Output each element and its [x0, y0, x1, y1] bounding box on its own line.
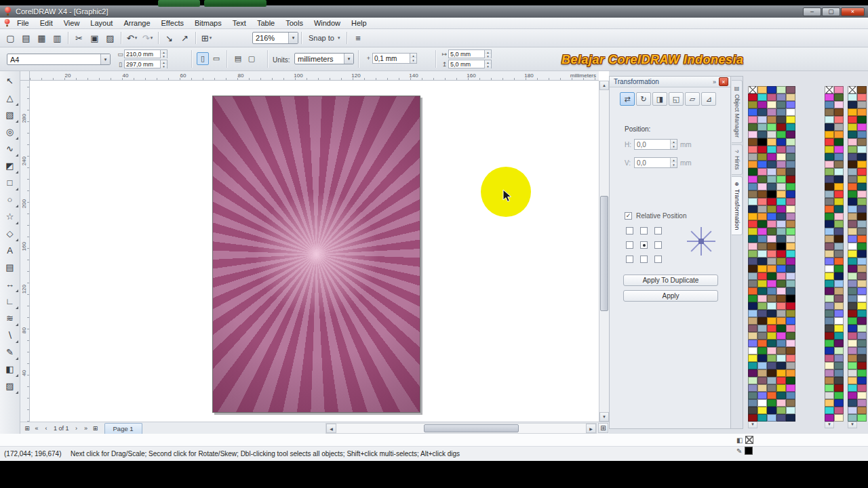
color-swatch[interactable]: [776, 258, 786, 265]
color-swatch[interactable]: [767, 168, 776, 176]
color-swatch[interactable]: [786, 220, 795, 228]
color-swatch[interactable]: [825, 280, 834, 287]
color-swatch[interactable]: [748, 123, 757, 131]
dropdown-arrow-icon[interactable]: ▾: [135, 35, 138, 41]
color-swatch[interactable]: [786, 250, 795, 258]
anchor-point-checkbox-1[interactable]: [640, 227, 648, 235]
color-swatch[interactable]: [757, 131, 767, 138]
color-swatch[interactable]: [848, 354, 857, 362]
menu-edit[interactable]: Edit: [35, 18, 58, 28]
color-swatch[interactable]: [767, 138, 776, 146]
color-swatch[interactable]: [786, 190, 795, 198]
color-swatch[interactable]: [857, 235, 867, 243]
color-swatch[interactable]: [834, 347, 844, 354]
transform-anchor-button[interactable]: ⊿: [701, 92, 716, 106]
color-swatch[interactable]: [776, 317, 786, 325]
color-swatch[interactable]: [848, 228, 857, 235]
color-swatch[interactable]: [776, 176, 786, 183]
spinner[interactable]: ▴▾: [670, 140, 677, 149]
vertical-ruler[interactable]: 2802402001601208040: [20, 81, 30, 422]
color-swatch[interactable]: [834, 190, 844, 198]
eyedropper-tool[interactable]: ∖: [1, 327, 19, 344]
color-swatch[interactable]: [767, 94, 776, 101]
color-swatch[interactable]: [748, 116, 757, 123]
color-swatch[interactable]: [748, 325, 757, 332]
color-swatch[interactable]: [848, 295, 857, 302]
spin-down-button[interactable]: ▾: [161, 54, 167, 58]
color-swatch[interactable]: [757, 354, 767, 362]
color-swatch[interactable]: [848, 347, 857, 354]
color-swatch[interactable]: [825, 161, 834, 168]
color-swatch[interactable]: [748, 340, 757, 347]
color-swatch[interactable]: [757, 332, 767, 340]
color-swatch[interactable]: [825, 183, 834, 190]
color-swatch[interactable]: [776, 250, 786, 258]
color-swatch[interactable]: [776, 168, 786, 176]
horizontal-scrollbar[interactable]: ◀ ▶: [326, 423, 597, 434]
color-swatch[interactable]: [776, 161, 786, 168]
color-swatch[interactable]: [825, 213, 834, 220]
crop-tool[interactable]: ▧: [1, 106, 19, 123]
transform-scale-mirror-button[interactable]: ◨: [652, 92, 667, 106]
color-swatch[interactable]: [825, 176, 834, 183]
dropdown-arrow-icon[interactable]: ▾: [151, 35, 153, 41]
open-button[interactable]: ▤: [18, 30, 34, 45]
color-swatch[interactable]: [767, 101, 776, 108]
canvas[interactable]: [30, 81, 599, 422]
next-page-button[interactable]: ›: [72, 424, 81, 433]
previous-page-button[interactable]: ‹: [41, 424, 51, 433]
spin-down-button[interactable]: ▾: [485, 54, 491, 58]
color-swatch[interactable]: [786, 138, 795, 146]
color-swatch[interactable]: [825, 414, 834, 422]
import-button[interactable]: ↘: [161, 30, 177, 45]
scroll-track[interactable]: [336, 424, 586, 433]
color-swatch[interactable]: [848, 287, 857, 295]
color-swatch[interactable]: [825, 302, 834, 310]
color-swatch[interactable]: [767, 228, 776, 235]
color-swatch[interactable]: [767, 183, 776, 190]
color-swatch[interactable]: [767, 287, 776, 295]
color-swatch[interactable]: [757, 243, 767, 250]
color-swatch[interactable]: [825, 325, 834, 332]
combo-arrow-icon[interactable]: ▾: [100, 54, 110, 64]
color-swatch[interactable]: [848, 362, 857, 369]
color-swatch[interactable]: [825, 243, 834, 250]
interactive-fill-tool[interactable]: ▨: [1, 378, 19, 394]
menu-tools[interactable]: Tools: [280, 18, 309, 28]
color-swatch[interactable]: [825, 265, 834, 272]
color-swatch[interactable]: [757, 235, 767, 243]
transform-rotate-button[interactable]: ↻: [636, 92, 651, 106]
menu-window[interactable]: Window: [309, 18, 346, 28]
color-swatch[interactable]: [848, 407, 857, 414]
color-swatch[interactable]: [848, 108, 857, 116]
color-swatch[interactable]: [757, 258, 767, 265]
color-swatch[interactable]: [857, 228, 867, 235]
color-swatch[interactable]: [776, 347, 786, 354]
color-swatch[interactable]: [748, 190, 757, 198]
color-swatch[interactable]: [757, 198, 767, 205]
docker-tab-hints[interactable]: ?Hints: [732, 144, 743, 175]
color-swatch[interactable]: [767, 295, 776, 302]
color-swatch[interactable]: [834, 243, 844, 250]
color-swatch[interactable]: [767, 392, 776, 399]
color-swatch[interactable]: [776, 392, 786, 399]
anchor-point-checkbox-7[interactable]: [640, 256, 648, 263]
color-swatch[interactable]: [786, 86, 795, 94]
color-swatch[interactable]: [848, 168, 857, 176]
color-swatch[interactable]: [825, 340, 834, 347]
spin-up-button[interactable]: ▴: [410, 54, 416, 58]
color-swatch[interactable]: [786, 340, 795, 347]
color-swatch[interactable]: [757, 86, 767, 94]
color-swatch[interactable]: [776, 384, 786, 392]
color-swatch[interactable]: [834, 220, 844, 228]
color-swatch[interactable]: [848, 392, 857, 399]
color-swatch[interactable]: [767, 131, 776, 138]
color-swatch[interactable]: [776, 407, 786, 414]
color-swatch[interactable]: [834, 250, 844, 258]
color-swatch[interactable]: [786, 399, 795, 407]
shape-tool[interactable]: △: [1, 89, 19, 106]
color-swatch[interactable]: [834, 101, 844, 108]
color-swatch[interactable]: [834, 123, 844, 131]
spin-down-button[interactable]: ▾: [161, 64, 167, 68]
spin-down-button[interactable]: ▾: [671, 163, 677, 167]
